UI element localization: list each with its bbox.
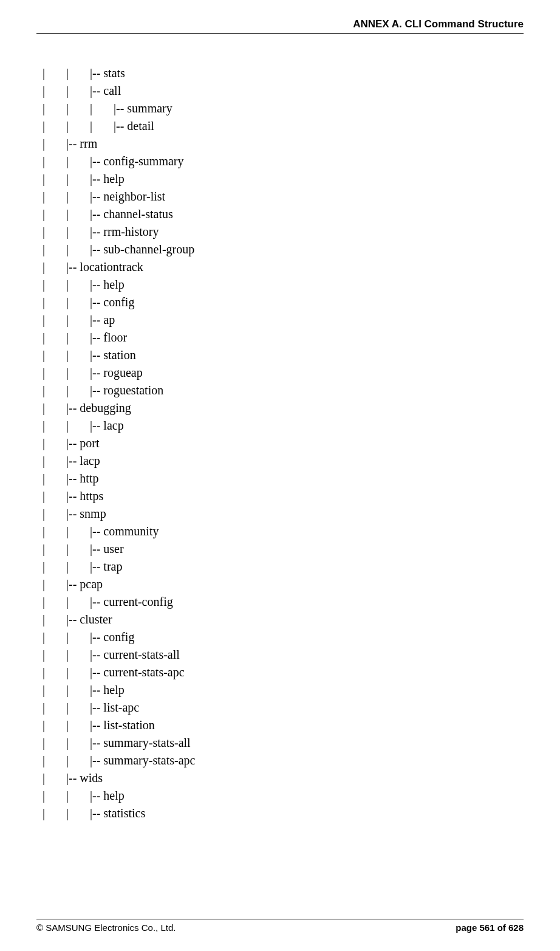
tree-line: | | |-- current-config: [43, 593, 524, 611]
tree-line: | | |-- summary-stats-apc: [43, 752, 524, 769]
tree-line: | | |-- call: [43, 82, 524, 100]
tree-line: | |-- debugging: [43, 399, 524, 417]
tree-line: | |-- lacp: [43, 452, 524, 470]
tree-line: | | |-- trap: [43, 558, 524, 575]
tree-line: | |-- wids: [43, 769, 524, 787]
tree-line: | | |-- current-stats-apc: [43, 664, 524, 681]
tree-line: | | |-- sub-channel-group: [43, 241, 524, 258]
tree-line: | | |-- community: [43, 523, 524, 540]
tree-line: | | |-- rrm-history: [43, 223, 524, 241]
tree-line: | | | |-- detail: [43, 117, 524, 135]
tree-line: | | |-- channel-status: [43, 205, 524, 223]
tree-line: | | |-- config: [43, 294, 524, 311]
tree-line: | | |-- station: [43, 346, 524, 364]
tree-line: | |-- http: [43, 470, 524, 487]
tree-line: | | |-- list-station: [43, 716, 524, 734]
tree-line: | | |-- list-apc: [43, 699, 524, 716]
tree-line: | | |-- floor: [43, 329, 524, 346]
tree-line: | | |-- statistics: [43, 805, 524, 822]
tree-line: | | |-- roguestation: [43, 382, 524, 399]
page-header: ANNEX A. CLI Command Structure: [36, 18, 524, 34]
tree-line: | | |-- help: [43, 681, 524, 699]
tree-line: | |-- pcap: [43, 575, 524, 593]
tree-line: | |-- port: [43, 434, 524, 452]
tree-line: | | |-- stats: [43, 64, 524, 82]
tree-line: | | |-- help: [43, 276, 524, 294]
tree-line: | | |-- summary-stats-all: [43, 734, 524, 752]
tree-line: | | |-- config-summary: [43, 153, 524, 170]
tree-line: | | |-- rogueap: [43, 364, 524, 382]
tree-line: | | |-- help: [43, 787, 524, 805]
tree-line: | | |-- config: [43, 628, 524, 646]
tree-line: | | |-- help: [43, 170, 524, 188]
tree-line: | |-- cluster: [43, 611, 524, 628]
header-title: ANNEX A. CLI Command Structure: [353, 18, 524, 30]
tree-line: | | |-- current-stats-all: [43, 646, 524, 664]
tree-line: | |-- https: [43, 487, 524, 505]
footer-page-info: page 561 of 628: [456, 922, 524, 933]
footer-copyright: © SAMSUNG Electronics Co., Ltd.: [36, 922, 176, 933]
tree-line: | | |-- ap: [43, 311, 524, 329]
page-footer: © SAMSUNG Electronics Co., Ltd. page 561…: [36, 919, 524, 933]
tree-line: | |-- rrm: [43, 135, 524, 153]
tree-line: | | |-- lacp: [43, 417, 524, 434]
page-container: ANNEX A. CLI Command Structure | | |-- s…: [0, 0, 560, 951]
tree-line: | | |-- user: [43, 540, 524, 558]
tree-line: | |-- locationtrack: [43, 258, 524, 276]
tree-line: | |-- snmp: [43, 505, 524, 523]
cli-tree-content: | | |-- stats| | |-- call| | | |-- summa…: [36, 64, 524, 822]
tree-line: | | | |-- summary: [43, 100, 524, 117]
tree-line: | | |-- neighbor-list: [43, 188, 524, 205]
